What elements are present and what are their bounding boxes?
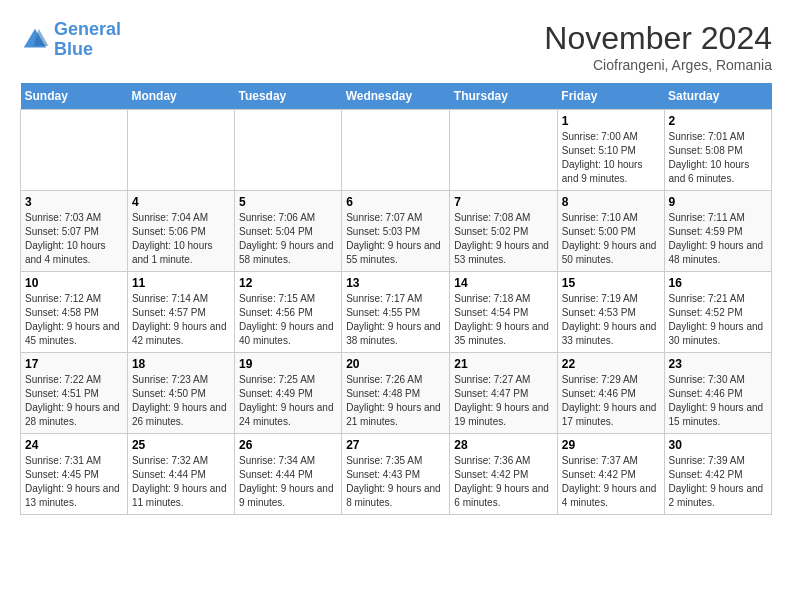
day-info: Sunrise: 7:07 AM Sunset: 5:03 PM Dayligh… (346, 211, 445, 267)
calendar-cell: 7Sunrise: 7:08 AM Sunset: 5:02 PM Daylig… (450, 191, 558, 272)
calendar-cell: 25Sunrise: 7:32 AM Sunset: 4:44 PM Dayli… (127, 434, 234, 515)
calendar-cell: 24Sunrise: 7:31 AM Sunset: 4:45 PM Dayli… (21, 434, 128, 515)
day-info: Sunrise: 7:11 AM Sunset: 4:59 PM Dayligh… (669, 211, 767, 267)
day-info: Sunrise: 7:30 AM Sunset: 4:46 PM Dayligh… (669, 373, 767, 429)
logo-line2: Blue (54, 39, 93, 59)
calendar-cell: 4Sunrise: 7:04 AM Sunset: 5:06 PM Daylig… (127, 191, 234, 272)
calendar-week-row: 1Sunrise: 7:00 AM Sunset: 5:10 PM Daylig… (21, 110, 772, 191)
calendar-cell (450, 110, 558, 191)
day-number: 4 (132, 195, 230, 209)
day-of-week-header: Monday (127, 83, 234, 110)
calendar-cell: 20Sunrise: 7:26 AM Sunset: 4:48 PM Dayli… (342, 353, 450, 434)
calendar-table: SundayMondayTuesdayWednesdayThursdayFrid… (20, 83, 772, 515)
calendar-cell: 27Sunrise: 7:35 AM Sunset: 4:43 PM Dayli… (342, 434, 450, 515)
day-number: 29 (562, 438, 660, 452)
logo-line1: General (54, 19, 121, 39)
day-number: 16 (669, 276, 767, 290)
calendar-cell: 2Sunrise: 7:01 AM Sunset: 5:08 PM Daylig… (664, 110, 771, 191)
day-info: Sunrise: 7:35 AM Sunset: 4:43 PM Dayligh… (346, 454, 445, 510)
day-info: Sunrise: 7:26 AM Sunset: 4:48 PM Dayligh… (346, 373, 445, 429)
day-info: Sunrise: 7:21 AM Sunset: 4:52 PM Dayligh… (669, 292, 767, 348)
day-number: 12 (239, 276, 337, 290)
day-number: 10 (25, 276, 123, 290)
day-number: 21 (454, 357, 553, 371)
calendar-cell: 30Sunrise: 7:39 AM Sunset: 4:42 PM Dayli… (664, 434, 771, 515)
calendar-cell (127, 110, 234, 191)
calendar-cell: 13Sunrise: 7:17 AM Sunset: 4:55 PM Dayli… (342, 272, 450, 353)
calendar-header: SundayMondayTuesdayWednesdayThursdayFrid… (21, 83, 772, 110)
calendar-cell: 6Sunrise: 7:07 AM Sunset: 5:03 PM Daylig… (342, 191, 450, 272)
calendar-cell: 10Sunrise: 7:12 AM Sunset: 4:58 PM Dayli… (21, 272, 128, 353)
day-number: 15 (562, 276, 660, 290)
day-number: 7 (454, 195, 553, 209)
calendar-week-row: 10Sunrise: 7:12 AM Sunset: 4:58 PM Dayli… (21, 272, 772, 353)
day-number: 19 (239, 357, 337, 371)
calendar-cell: 29Sunrise: 7:37 AM Sunset: 4:42 PM Dayli… (557, 434, 664, 515)
day-info: Sunrise: 7:39 AM Sunset: 4:42 PM Dayligh… (669, 454, 767, 510)
day-info: Sunrise: 7:06 AM Sunset: 5:04 PM Dayligh… (239, 211, 337, 267)
day-number: 8 (562, 195, 660, 209)
calendar-cell: 16Sunrise: 7:21 AM Sunset: 4:52 PM Dayli… (664, 272, 771, 353)
calendar-cell: 18Sunrise: 7:23 AM Sunset: 4:50 PM Dayli… (127, 353, 234, 434)
day-info: Sunrise: 7:37 AM Sunset: 4:42 PM Dayligh… (562, 454, 660, 510)
day-info: Sunrise: 7:23 AM Sunset: 4:50 PM Dayligh… (132, 373, 230, 429)
calendar-cell: 9Sunrise: 7:11 AM Sunset: 4:59 PM Daylig… (664, 191, 771, 272)
calendar-cell: 12Sunrise: 7:15 AM Sunset: 4:56 PM Dayli… (234, 272, 341, 353)
month-title: November 2024 (544, 20, 772, 57)
day-info: Sunrise: 7:08 AM Sunset: 5:02 PM Dayligh… (454, 211, 553, 267)
page-header: General Blue November 2024 Ciofrangeni, … (20, 20, 772, 73)
calendar-cell: 21Sunrise: 7:27 AM Sunset: 4:47 PM Dayli… (450, 353, 558, 434)
day-info: Sunrise: 7:04 AM Sunset: 5:06 PM Dayligh… (132, 211, 230, 267)
calendar-cell (234, 110, 341, 191)
day-number: 9 (669, 195, 767, 209)
day-number: 1 (562, 114, 660, 128)
logo: General Blue (20, 20, 121, 60)
day-info: Sunrise: 7:22 AM Sunset: 4:51 PM Dayligh… (25, 373, 123, 429)
day-number: 24 (25, 438, 123, 452)
day-number: 5 (239, 195, 337, 209)
day-number: 22 (562, 357, 660, 371)
day-of-week-header: Saturday (664, 83, 771, 110)
day-number: 2 (669, 114, 767, 128)
calendar-cell: 15Sunrise: 7:19 AM Sunset: 4:53 PM Dayli… (557, 272, 664, 353)
day-info: Sunrise: 7:31 AM Sunset: 4:45 PM Dayligh… (25, 454, 123, 510)
day-number: 25 (132, 438, 230, 452)
calendar-cell: 19Sunrise: 7:25 AM Sunset: 4:49 PM Dayli… (234, 353, 341, 434)
day-number: 6 (346, 195, 445, 209)
day-of-week-header: Thursday (450, 83, 558, 110)
day-of-week-header: Friday (557, 83, 664, 110)
calendar-week-row: 24Sunrise: 7:31 AM Sunset: 4:45 PM Dayli… (21, 434, 772, 515)
day-number: 28 (454, 438, 553, 452)
day-info: Sunrise: 7:34 AM Sunset: 4:44 PM Dayligh… (239, 454, 337, 510)
day-number: 17 (25, 357, 123, 371)
day-info: Sunrise: 7:01 AM Sunset: 5:08 PM Dayligh… (669, 130, 767, 186)
day-info: Sunrise: 7:19 AM Sunset: 4:53 PM Dayligh… (562, 292, 660, 348)
header-row: SundayMondayTuesdayWednesdayThursdayFrid… (21, 83, 772, 110)
day-number: 3 (25, 195, 123, 209)
day-number: 27 (346, 438, 445, 452)
day-info: Sunrise: 7:03 AM Sunset: 5:07 PM Dayligh… (25, 211, 123, 267)
calendar-cell: 8Sunrise: 7:10 AM Sunset: 5:00 PM Daylig… (557, 191, 664, 272)
day-number: 23 (669, 357, 767, 371)
logo-text: General Blue (54, 20, 121, 60)
day-info: Sunrise: 7:27 AM Sunset: 4:47 PM Dayligh… (454, 373, 553, 429)
calendar-cell: 26Sunrise: 7:34 AM Sunset: 4:44 PM Dayli… (234, 434, 341, 515)
day-info: Sunrise: 7:18 AM Sunset: 4:54 PM Dayligh… (454, 292, 553, 348)
title-block: November 2024 Ciofrangeni, Arges, Romani… (544, 20, 772, 73)
day-number: 13 (346, 276, 445, 290)
day-info: Sunrise: 7:32 AM Sunset: 4:44 PM Dayligh… (132, 454, 230, 510)
calendar-cell: 23Sunrise: 7:30 AM Sunset: 4:46 PM Dayli… (664, 353, 771, 434)
day-info: Sunrise: 7:12 AM Sunset: 4:58 PM Dayligh… (25, 292, 123, 348)
calendar-cell: 3Sunrise: 7:03 AM Sunset: 5:07 PM Daylig… (21, 191, 128, 272)
calendar-body: 1Sunrise: 7:00 AM Sunset: 5:10 PM Daylig… (21, 110, 772, 515)
calendar-cell: 22Sunrise: 7:29 AM Sunset: 4:46 PM Dayli… (557, 353, 664, 434)
calendar-cell: 17Sunrise: 7:22 AM Sunset: 4:51 PM Dayli… (21, 353, 128, 434)
day-info: Sunrise: 7:17 AM Sunset: 4:55 PM Dayligh… (346, 292, 445, 348)
day-info: Sunrise: 7:10 AM Sunset: 5:00 PM Dayligh… (562, 211, 660, 267)
day-info: Sunrise: 7:25 AM Sunset: 4:49 PM Dayligh… (239, 373, 337, 429)
calendar-week-row: 17Sunrise: 7:22 AM Sunset: 4:51 PM Dayli… (21, 353, 772, 434)
logo-icon (20, 25, 50, 55)
location-subtitle: Ciofrangeni, Arges, Romania (544, 57, 772, 73)
day-number: 20 (346, 357, 445, 371)
calendar-cell: 11Sunrise: 7:14 AM Sunset: 4:57 PM Dayli… (127, 272, 234, 353)
